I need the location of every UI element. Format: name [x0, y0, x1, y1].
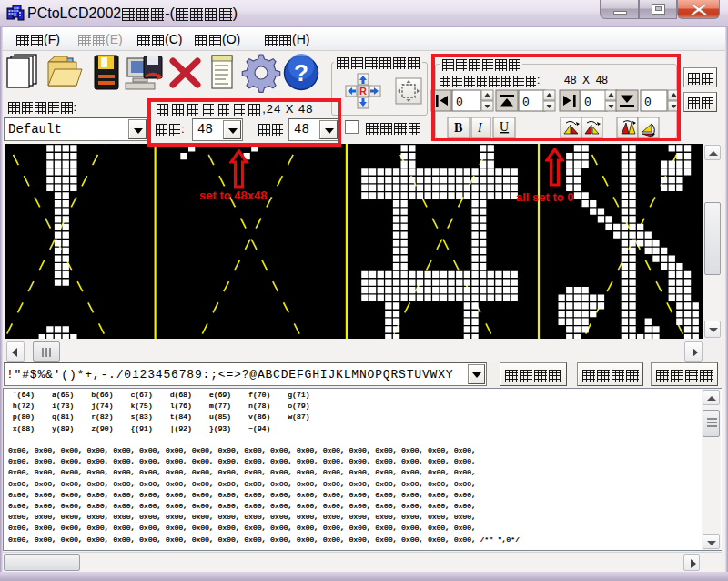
- svg-text:?: ?: [294, 59, 308, 87]
- svg-text:R: R: [359, 86, 367, 97]
